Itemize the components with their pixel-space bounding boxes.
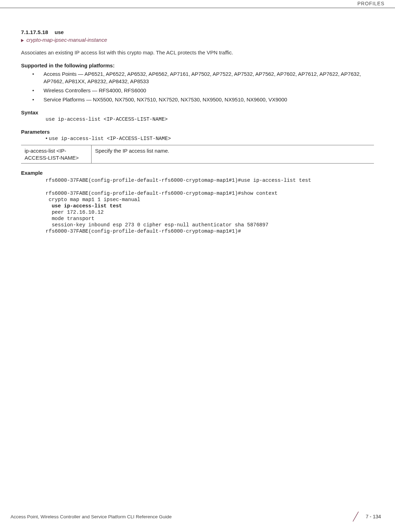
footer: Access Point, Wireless Controller and Se… bbox=[0, 510, 395, 523]
header-category: PROFILES bbox=[357, 1, 384, 6]
section-number: 7.1.17.5.18 bbox=[21, 29, 48, 35]
parameters-heading: Parameters bbox=[21, 129, 374, 135]
param-desc: Specify the IP access list name. bbox=[92, 145, 374, 164]
code-line: session-key inbound esp 273 0 cipher esp… bbox=[46, 222, 268, 228]
list-item: Access Points — AP6521, AP6522, AP6532, … bbox=[32, 71, 374, 85]
footer-right: 7 - 134 bbox=[351, 510, 381, 523]
table-row: ip-access-list <IP-ACCESS-LIST-NAME> Spe… bbox=[21, 145, 374, 164]
example-code: rfs6000-37FABE(config-profile-default-rf… bbox=[46, 177, 374, 234]
platform-list: Access Points — AP6521, AP6522, AP6532, … bbox=[21, 71, 374, 103]
code-line: peer 172.16.10.12 bbox=[46, 210, 103, 215]
page-number: 7 - 134 bbox=[366, 514, 381, 519]
code-line: rfs6000-37FABE(config-profile-default-rf… bbox=[46, 191, 277, 196]
right-triangle-icon bbox=[21, 39, 24, 42]
list-item: Service Platforms — NX5500, NX7500, NX75… bbox=[32, 96, 374, 103]
section-heading: 7.1.17.5.18 use bbox=[21, 29, 374, 35]
svg-marker-0 bbox=[21, 39, 24, 42]
breadcrumb-text: crypto-map-ipsec-manual-instance bbox=[26, 37, 107, 43]
code-line: rfs6000-37FABE(config-profile-default-rf… bbox=[46, 178, 311, 183]
footer-title: Access Point, Wireless Controller and Se… bbox=[11, 514, 172, 519]
code-line: rfs6000-37FABE(config-profile-default-rf… bbox=[46, 228, 241, 234]
parameters-table: ip-access-list <IP-ACCESS-LIST-NAME> Spe… bbox=[21, 145, 374, 164]
example-heading: Example bbox=[21, 170, 374, 176]
section-title: use bbox=[55, 29, 64, 35]
syntax-heading: Syntax bbox=[21, 109, 374, 115]
parameters-bullet: use ip-access-list <IP-ACCESS-LIST-NAME> bbox=[46, 135, 374, 141]
code-line-bold: use ip-access-list test bbox=[46, 203, 122, 209]
syntax-code: use ip-access-list <IP-ACCESS-LIST-NAME> bbox=[46, 116, 374, 122]
intro-paragraph: Associates an existing IP access list wi… bbox=[21, 49, 374, 56]
page-content: 7.1.17.5.18 use crypto-map-ipsec-manual-… bbox=[0, 8, 395, 235]
supported-heading: Supported in the following platforms: bbox=[21, 62, 374, 68]
param-key: ip-access-list <IP-ACCESS-LIST-NAME> bbox=[21, 145, 92, 164]
slash-icon bbox=[351, 510, 361, 523]
breadcrumb: crypto-map-ipsec-manual-instance bbox=[21, 37, 374, 43]
svg-line-1 bbox=[353, 512, 359, 521]
list-item: Wireless Controllers — RFS4000, RFS6000 bbox=[32, 87, 374, 94]
code-line: mode transport bbox=[46, 216, 94, 221]
code-line: crypto map map1 1 ipsec-manual bbox=[46, 197, 140, 202]
